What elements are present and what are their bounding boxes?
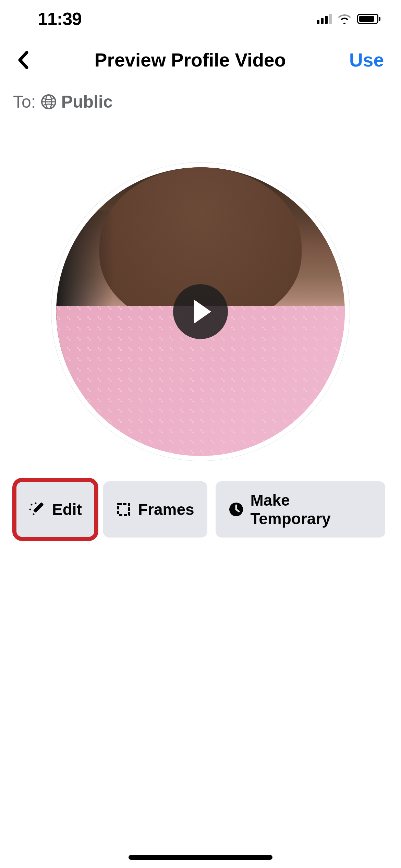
svg-rect-3	[33, 502, 44, 513]
clock-icon	[229, 502, 244, 517]
status-time: 11:39	[38, 9, 82, 29]
frames-label: Frames	[138, 500, 194, 519]
audience-value: Public	[61, 92, 113, 112]
battery-icon	[357, 14, 380, 24]
cellular-signal-icon	[317, 14, 332, 24]
svg-point-4	[31, 504, 33, 506]
play-button[interactable]	[173, 284, 228, 339]
chevron-left-icon	[17, 50, 29, 70]
home-indicator[interactable]	[129, 855, 272, 860]
edit-button[interactable]: Edit	[16, 481, 95, 538]
magic-wand-icon	[29, 501, 45, 518]
svg-point-6	[33, 514, 35, 515]
make-temporary-label: Make Temporary	[251, 491, 372, 528]
profile-video-preview[interactable]	[51, 162, 350, 461]
status-icons	[317, 14, 380, 24]
audience-selector[interactable]: To: Public	[0, 82, 401, 121]
make-temporary-button[interactable]: Make Temporary	[216, 481, 385, 538]
page-title: Preview Profile Video	[95, 49, 286, 71]
svg-point-5	[29, 509, 31, 510]
edit-label: Edit	[52, 500, 82, 519]
status-bar: 11:39	[0, 0, 401, 38]
audience-to-label: To:	[13, 92, 36, 112]
action-buttons-row: Edit Frames Make Temporary	[0, 461, 401, 538]
navigation-bar: Preview Profile Video Use	[0, 38, 401, 82]
back-button[interactable]	[17, 50, 38, 70]
globe-icon	[41, 94, 57, 110]
svg-point-7	[35, 503, 37, 504]
play-icon	[194, 300, 211, 324]
video-preview-container	[0, 121, 401, 461]
wifi-icon	[337, 14, 352, 24]
frames-button[interactable]: Frames	[103, 481, 207, 538]
use-button[interactable]: Use	[343, 49, 384, 71]
frame-icon	[116, 502, 131, 517]
svg-rect-8	[118, 504, 129, 515]
